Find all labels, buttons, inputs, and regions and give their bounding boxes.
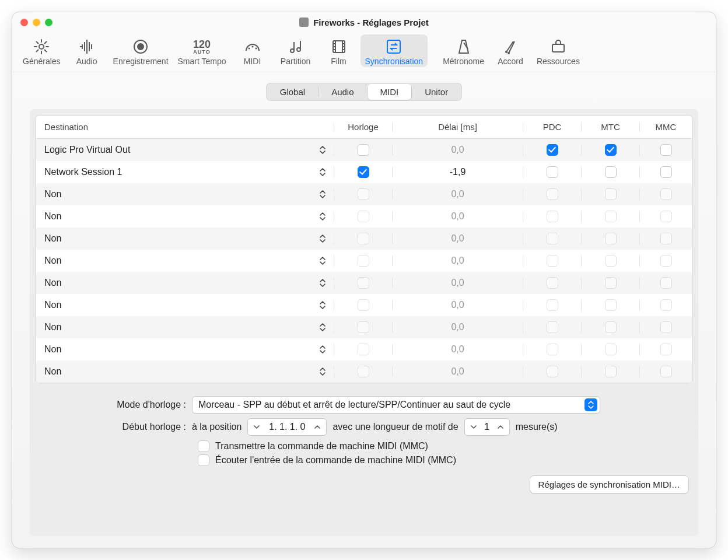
toolbar-film[interactable]: Film [317,34,360,67]
destination-cell[interactable]: Network Session 1 [36,165,334,179]
delai-cell[interactable]: 0,0 [392,344,523,355]
horloge-checkbox[interactable] [358,321,369,333]
pattern-length-stepper[interactable]: 1 [464,418,510,436]
mmc-checkbox[interactable] [660,144,672,156]
mtc-checkbox[interactable] [605,299,617,311]
horloge-checkbox[interactable] [358,211,369,222]
destination-cell[interactable]: Non [36,254,334,268]
destination-stepper-icon[interactable] [317,365,328,379]
destination-stepper-icon[interactable] [317,232,328,246]
delai-cell[interactable]: -1,9 [392,167,523,177]
chevron-down-icon[interactable] [251,420,262,434]
pdc-checkbox[interactable] [547,366,558,377]
destination-stepper-icon[interactable] [317,342,328,356]
tab-midi[interactable]: MIDI [368,84,412,100]
mtc-checkbox[interactable] [605,366,617,377]
mtc-checkbox[interactable] [605,344,617,355]
chevron-up-icon[interactable] [312,420,323,434]
delai-cell[interactable]: 0,0 [392,366,523,377]
pdc-checkbox[interactable] [547,255,558,267]
pdc-checkbox[interactable] [547,144,558,156]
mtc-checkbox[interactable] [605,211,617,222]
destination-cell[interactable]: Non [36,365,334,379]
chevron-down-icon[interactable] [468,420,479,434]
delai-cell[interactable]: 0,0 [392,278,523,288]
destination-cell[interactable]: Non [36,276,334,290]
destination-stepper-icon[interactable] [317,254,328,268]
midi-sync-settings-button[interactable]: Réglages de synchronisation MIDI… [530,475,689,494]
pdc-checkbox[interactable] [547,321,558,333]
mmc-listen-checkbox[interactable] [198,454,209,466]
horloge-checkbox[interactable] [358,344,369,355]
destination-cell[interactable]: Non [36,209,334,223]
pdc-checkbox[interactable] [547,188,558,200]
mmc-checkbox[interactable] [660,321,672,333]
horloge-checkbox[interactable] [358,166,369,178]
mtc-checkbox[interactable] [605,255,617,267]
mtc-checkbox[interactable] [605,144,617,156]
close-window-button[interactable] [20,19,28,26]
delai-cell[interactable]: 0,0 [392,233,523,244]
mmc-checkbox[interactable] [660,299,672,311]
mmc-checkbox[interactable] [660,344,672,355]
minimize-window-button[interactable] [33,19,40,26]
toolbar-accord[interactable]: Accord [489,34,532,67]
clock-start-position-stepper[interactable]: 1. 1. 1. 0 [247,418,327,436]
mmc-checkbox[interactable] [660,166,672,178]
pdc-checkbox[interactable] [547,277,558,289]
toolbar-midi[interactable]: MIDI [231,34,274,67]
toolbar-audio[interactable]: Audio [65,34,108,67]
delai-cell[interactable]: 0,0 [392,300,523,310]
mtc-checkbox[interactable] [605,233,617,244]
mtc-checkbox[interactable] [605,277,617,289]
destination-stepper-icon[interactable] [317,165,328,179]
delai-cell[interactable]: 0,0 [392,211,523,222]
destination-stepper-icon[interactable] [317,187,328,201]
toolbar-partition[interactable]: Partition [274,34,317,67]
delai-cell[interactable]: 0,0 [392,322,523,332]
toolbar-smarttempo[interactable]: 120AUTOSmart Tempo [173,34,231,67]
mtc-checkbox[interactable] [605,188,617,200]
toolbar-generales[interactable]: Générales [18,34,65,67]
destination-stepper-icon[interactable] [317,320,328,334]
horloge-checkbox[interactable] [358,277,369,289]
destination-cell[interactable]: Non [36,320,334,334]
destination-cell[interactable]: Non [36,232,334,246]
mmc-checkbox[interactable] [660,366,672,377]
pdc-checkbox[interactable] [547,211,558,222]
toolbar-ressources[interactable]: Ressources [532,34,584,67]
pdc-checkbox[interactable] [547,233,558,244]
horloge-checkbox[interactable] [358,188,369,200]
mmc-checkbox[interactable] [660,211,672,222]
mtc-checkbox[interactable] [605,321,617,333]
destination-cell[interactable]: Non [36,298,334,312]
horloge-checkbox[interactable] [358,299,369,311]
pdc-checkbox[interactable] [547,344,558,355]
chevron-up-icon[interactable] [495,420,506,434]
delai-cell[interactable]: 0,0 [392,189,523,200]
tab-audio[interactable]: Audio [318,84,366,100]
mmc-checkbox[interactable] [660,255,672,267]
mmc-checkbox[interactable] [660,233,672,244]
mmc-checkbox[interactable] [660,188,672,200]
mmc-transmit-checkbox[interactable] [198,440,209,452]
delai-cell[interactable]: 0,0 [392,256,523,266]
destination-stepper-icon[interactable] [317,276,328,290]
destination-cell[interactable]: Logic Pro Virtual Out [36,143,334,157]
delai-cell[interactable]: 0,0 [392,145,523,155]
horloge-checkbox[interactable] [358,144,369,156]
clock-mode-select[interactable]: Morceau - SPP au début et arrêt de lectu… [192,396,600,414]
horloge-checkbox[interactable] [358,366,369,377]
destination-cell[interactable]: Non [36,187,334,201]
zoom-window-button[interactable] [45,19,52,26]
pdc-checkbox[interactable] [547,299,558,311]
horloge-checkbox[interactable] [358,233,369,244]
toolbar-sync[interactable]: Synchronisation [360,34,428,67]
mmc-checkbox[interactable] [660,277,672,289]
destination-stepper-icon[interactable] [317,143,328,157]
destination-stepper-icon[interactable] [317,298,328,312]
destination-cell[interactable]: Non [36,342,334,356]
destination-stepper-icon[interactable] [317,209,328,223]
toolbar-metronome[interactable]: Métronome [438,34,489,67]
tab-unitor[interactable]: Unitor [412,84,461,100]
